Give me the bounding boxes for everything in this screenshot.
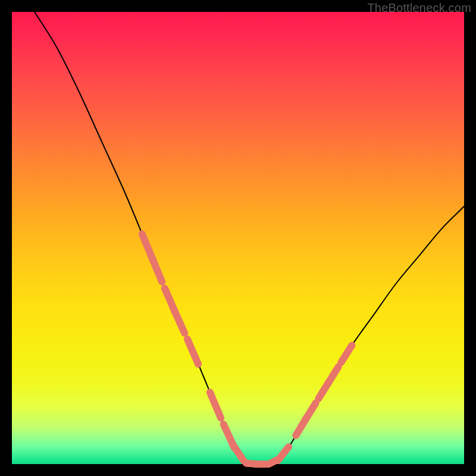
highlight-marker (187, 339, 198, 364)
highlight-marker (233, 444, 243, 461)
chart-plot-area (12, 12, 464, 464)
highlight-marker (327, 367, 338, 384)
highlight-markers (142, 234, 352, 464)
bottleneck-curve-line (35, 12, 464, 465)
highlight-marker (151, 256, 162, 282)
highlight-marker (210, 392, 221, 418)
highlight-marker (341, 345, 352, 362)
highlight-marker (174, 309, 184, 333)
watermark-text: TheBottleneck.com (367, 1, 471, 15)
chart-svg (12, 12, 464, 464)
highlight-marker (278, 447, 289, 461)
highlight-marker (305, 403, 315, 420)
